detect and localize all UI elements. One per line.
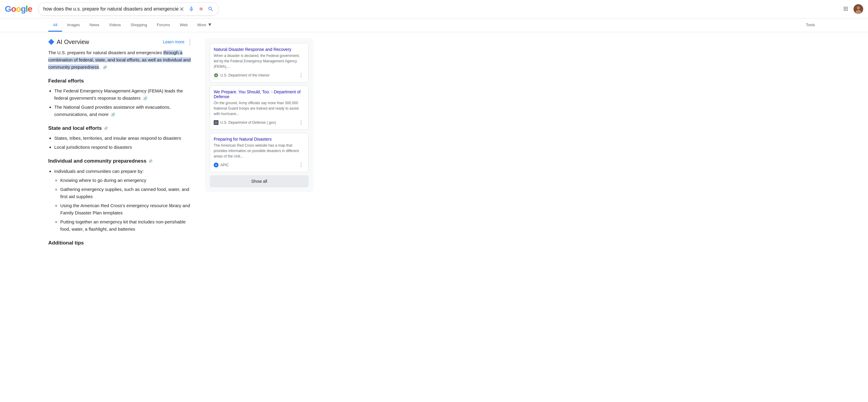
citation-icon[interactable]: 🔗 xyxy=(143,96,148,101)
list-item: States, tribes, territories, and insular… xyxy=(54,135,193,142)
left-panel: AI Overview Learn more ⋮ The U.S. prepar… xyxy=(48,38,193,249)
source-footer-2: U.S. Department of Defense (.gov) ⋮ xyxy=(214,119,305,126)
section-individual-community: Individual and community preparedness 🔗 xyxy=(48,157,193,165)
sub-bullet-list: Knowing where to go during an emergency … xyxy=(54,177,193,233)
ai-overview-body: The U.S. prepares for natural disasters … xyxy=(48,49,193,247)
federal-bullets: The Federal Emergency Management Agency … xyxy=(48,87,193,118)
section-federal-efforts: Federal efforts xyxy=(48,77,193,85)
citation-icon[interactable]: 🔗 xyxy=(102,65,107,70)
source-more-icon-1[interactable]: ⋮ xyxy=(298,72,305,78)
source-provider-3: A APIC xyxy=(214,163,229,167)
google-apps-icon[interactable] xyxy=(840,3,851,15)
tab-images[interactable]: Images xyxy=(62,19,85,32)
source-provider-1: 🏛 U.S. Department of the Interior xyxy=(214,73,270,78)
source-more-icon-3[interactable]: ⋮ xyxy=(298,161,305,168)
ai-intro-text: The U.S. prepares for natural disasters … xyxy=(48,49,193,71)
source-footer-3: A APIC ⋮ xyxy=(214,161,305,168)
tab-videos[interactable]: Videos xyxy=(104,19,126,32)
section-cite-icon[interactable]: 🔗 xyxy=(104,126,108,131)
tab-forums[interactable]: Forums xyxy=(152,19,175,32)
voice-search-icon[interactable] xyxy=(188,6,194,12)
section-cite-icon-2[interactable]: 🔗 xyxy=(148,159,153,164)
source-item-1: Natural Disaster Response and Recovery W… xyxy=(210,43,309,82)
search-submit-icon[interactable] xyxy=(208,6,214,12)
source-item-3: Preparing for Natural Disasters The Amer… xyxy=(210,133,309,172)
source-title-1[interactable]: Natural Disaster Response and Recovery xyxy=(214,47,305,52)
source-desc-2: On the ground, Army officials say more t… xyxy=(214,100,305,116)
list-item: The National Guard provides assistance w… xyxy=(54,104,193,118)
tools-button[interactable]: Tools xyxy=(801,19,820,32)
nav-tabs: All Images News Videos Shopping Forums W… xyxy=(0,19,868,32)
list-item: Putting together an emergency kit that i… xyxy=(60,218,193,233)
ai-header-actions: Learn more ⋮ xyxy=(163,38,193,45)
source-title-3[interactable]: Preparing for Natural Disasters xyxy=(214,137,305,141)
citation-icon[interactable]: 🔗 xyxy=(110,112,116,118)
community-bullets: Individuals and communities can prepare … xyxy=(48,168,193,233)
clear-icon[interactable] xyxy=(179,6,185,12)
source-footer-1: 🏛 U.S. Department of the Interior ⋮ xyxy=(214,72,305,78)
tab-news[interactable]: News xyxy=(85,19,104,32)
list-item: Local jurisdictions respond to disasters xyxy=(54,144,193,151)
lens-icon[interactable] xyxy=(198,6,204,12)
header-right xyxy=(834,3,863,15)
source-more-icon-2[interactable]: ⋮ xyxy=(298,119,305,126)
source-provider-2: U.S. Department of Defense (.gov) xyxy=(214,120,276,125)
source-desc-3: The American Red Cross website has a map… xyxy=(214,143,305,159)
section-state-local: State and local efforts 🔗 xyxy=(48,124,193,132)
source-desc-1: When a disaster is declared, the Federal… xyxy=(214,53,305,69)
show-all-button[interactable]: Show all xyxy=(210,175,309,187)
tab-shopping[interactable]: Shopping xyxy=(126,19,152,32)
list-item: The Federal Emergency Management Agency … xyxy=(54,87,193,102)
google-logo[interactable]: Google xyxy=(5,4,32,14)
source-favicon-2 xyxy=(214,120,218,125)
ai-overview-header: AI Overview Learn more ⋮ xyxy=(48,38,193,45)
source-title-2[interactable]: We Prepare. You Should, Too. - Departmen… xyxy=(214,90,305,99)
svg-point-1 xyxy=(857,6,860,9)
search-bar xyxy=(38,2,219,16)
main-content: AI Overview Learn more ⋮ The U.S. prepar… xyxy=(0,32,362,255)
svg-text:🏛: 🏛 xyxy=(215,74,217,76)
sources-card: Natural Disaster Response and Recovery W… xyxy=(205,38,313,192)
right-panel: Natural Disaster Response and Recovery W… xyxy=(205,38,313,249)
source-favicon-1: 🏛 xyxy=(214,73,218,78)
state-local-bullets: States, tribes, territories, and insular… xyxy=(48,135,193,151)
section-additional-tips: Additional tips xyxy=(48,239,193,247)
list-item: Knowing where to go during an emergency xyxy=(60,177,193,184)
more-options-icon[interactable]: ⋮ xyxy=(187,38,193,45)
ai-overview-title: AI Overview xyxy=(48,38,89,45)
list-item: Using the American Red Cross's emergency… xyxy=(60,202,193,216)
avatar[interactable] xyxy=(854,4,863,14)
tab-more[interactable]: More ▼ xyxy=(193,19,217,32)
source-item-2: We Prepare. You Should, Too. - Departmen… xyxy=(210,86,309,130)
source-favicon-3: A xyxy=(214,163,218,167)
tab-web[interactable]: Web xyxy=(175,19,193,32)
more-chevron-icon: ▼ xyxy=(207,22,212,27)
header: Google xyxy=(0,0,868,32)
search-input[interactable] xyxy=(43,6,179,12)
list-item: Gathering emergency supplies, such as ca… xyxy=(60,186,193,200)
svg-rect-5 xyxy=(216,123,217,124)
tab-all[interactable]: All xyxy=(48,19,62,32)
ai-diamond-icon xyxy=(48,39,54,45)
learn-more-button[interactable]: Learn more xyxy=(163,39,184,44)
list-item: Individuals and communities can prepare … xyxy=(54,168,193,233)
